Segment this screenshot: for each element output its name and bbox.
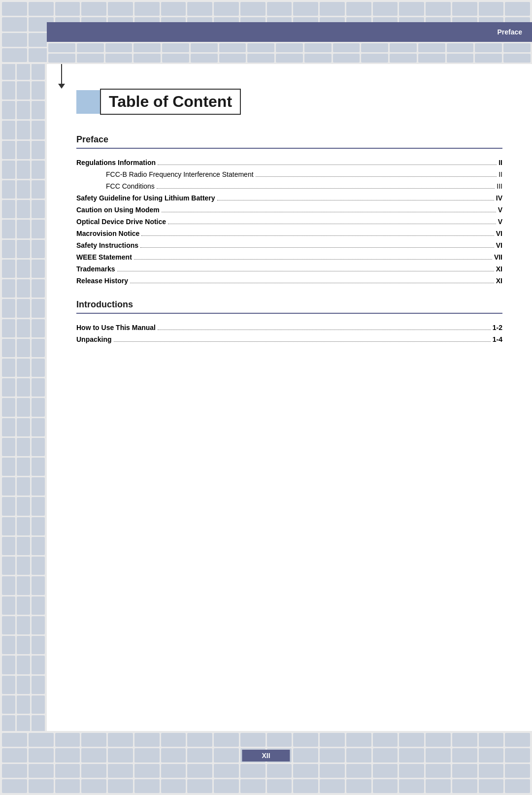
toc-entry-title: Regulations Information — [76, 159, 156, 166]
arrow-line — [61, 64, 62, 84]
toc-entry-title: FCC-B Radio Frequency Interference State… — [106, 170, 254, 178]
page-number-bar: XII — [242, 750, 290, 762]
toc-entry: How to Use This Manual1-2 — [76, 324, 502, 331]
toc-entry-page: XI — [496, 265, 502, 273]
toc-dots — [117, 271, 494, 271]
toc-entry-title: Safety Guideline for Using Lithium Batte… — [76, 194, 215, 202]
header-label: Preface — [497, 28, 522, 36]
toc-entry-title: How to Use This Manual — [76, 324, 156, 331]
toc-entry-page: XI — [496, 277, 502, 285]
toc-title: Table of Content — [100, 89, 241, 115]
toc-dots — [157, 188, 495, 189]
header-bar: Preface — [47, 22, 532, 42]
toc-entry: FCC-B Radio Frequency Interference State… — [76, 170, 502, 178]
toc-entry-page: III — [497, 182, 502, 190]
bottom-tile-grid: const bottomGrid = document.querySelecto… — [0, 731, 532, 795]
toc-entry-title: WEEE Statement — [76, 253, 132, 261]
toc-dots — [141, 235, 494, 236]
toc-entry-page: 1-2 — [493, 324, 502, 331]
toc-title-box: Table of Content — [76, 89, 502, 115]
toc-entry-title: Optical Device Drive Notice — [76, 218, 166, 226]
toc-entry: WEEE StatementVII — [76, 253, 502, 261]
toc-dots — [114, 341, 491, 342]
toc-dots — [162, 212, 496, 212]
toc-entry-page: VI — [496, 241, 502, 249]
toc-entry-page: II — [499, 159, 502, 166]
left-tile-grid: // Generate tiles for left column const … — [0, 0, 47, 795]
toc-dots — [134, 259, 492, 260]
toc-dots — [130, 283, 494, 283]
content-area: Table of Content PrefaceRegulations Info… — [47, 64, 532, 731]
toc-entry: FCC ConditionsIII — [76, 182, 502, 190]
toc-entry: TrademarksXI — [76, 265, 502, 273]
toc-entry: Regulations InformationII — [76, 159, 502, 166]
toc-entry-page: V — [498, 218, 502, 226]
toc-blue-square — [76, 90, 100, 114]
toc-entry-title: Release History — [76, 277, 128, 285]
toc-entry-title: Trademarks — [76, 265, 115, 273]
toc-entry-title: Caution on Using Modem — [76, 206, 160, 214]
toc-entry-page: V — [498, 206, 502, 214]
toc-entry: Safety InstructionsVI — [76, 241, 502, 249]
section-heading-preface: Preface — [76, 134, 502, 145]
toc-dots — [217, 200, 494, 200]
sub-tile-grid: const subGrid = document.querySelector('… — [47, 42, 532, 64]
toc-sections: PrefaceRegulations InformationIIFCC-B Ra… — [76, 134, 502, 343]
toc-entry-page: II — [499, 170, 502, 178]
toc-entry: Release HistoryXI — [76, 277, 502, 285]
page-number: XII — [262, 752, 270, 760]
toc-entry-page: IV — [496, 194, 502, 202]
toc-entry: Macrovision Notice VI — [76, 230, 502, 237]
toc-entry: Optical Device Drive NoticeV — [76, 218, 502, 226]
arrow-indicator — [58, 64, 65, 89]
toc-dots — [168, 224, 496, 224]
toc-entry-title: Macrovision Notice — [76, 230, 139, 237]
toc-entry-title: Unpacking — [76, 335, 112, 343]
toc-entry: Caution on Using ModemV — [76, 206, 502, 214]
section-divider-preface — [76, 148, 502, 149]
toc-section-preface: PrefaceRegulations InformationIIFCC-B Ra… — [76, 134, 502, 285]
toc-entry-page: VII — [494, 253, 502, 261]
toc-entry-title: Safety Instructions — [76, 241, 138, 249]
toc-entry: Safety Guideline for Using Lithium Batte… — [76, 194, 502, 202]
toc-entry-title: FCC Conditions — [106, 182, 155, 190]
toc-dots — [256, 176, 497, 177]
arrow-head — [58, 84, 65, 89]
toc-entry: Unpacking1-4 — [76, 335, 502, 343]
section-heading-introductions: Introductions — [76, 299, 502, 310]
toc-section-introductions: IntroductionsHow to Use This Manual1-2Un… — [76, 299, 502, 343]
toc-dots — [158, 165, 497, 165]
toc-dots — [140, 247, 494, 248]
toc-entry-page: 1-4 — [493, 335, 502, 343]
section-divider-introductions — [76, 313, 502, 314]
toc-entry-page: VI — [496, 230, 502, 237]
toc-dots — [158, 330, 491, 330]
